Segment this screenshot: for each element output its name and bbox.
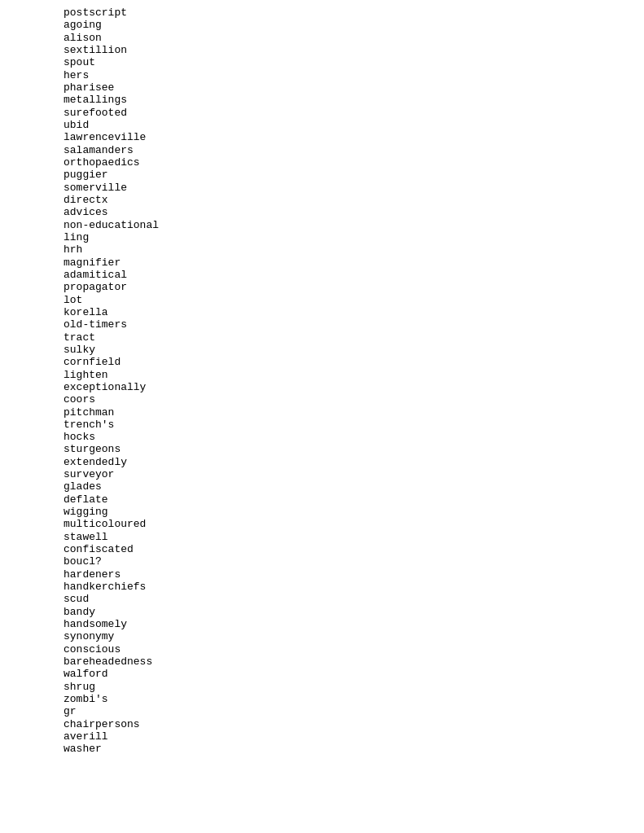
list-item: propagator: [64, 281, 644, 293]
list-item: korella: [64, 306, 644, 318]
list-item: wigging: [64, 506, 644, 518]
list-item: ubid: [64, 119, 644, 131]
list-item: scud: [64, 593, 644, 605]
list-item: averill: [64, 730, 644, 743]
list-item: deflate: [64, 493, 644, 506]
list-item: exceptionally: [64, 381, 644, 393]
list-item: alison: [64, 32, 644, 44]
list-item: stawell: [64, 531, 644, 543]
list-item: trench's: [64, 419, 644, 431]
list-item: lot: [64, 294, 644, 306]
list-item: boucl?: [64, 555, 644, 568]
list-item: surefooted: [64, 107, 644, 119]
list-item: hardeners: [64, 568, 644, 581]
list-item: hers: [64, 69, 644, 81]
list-item: extendedly: [64, 456, 644, 468]
list-item: chairpersons: [64, 718, 644, 730]
list-item: agoing: [64, 19, 644, 31]
list-item: synonymy: [64, 630, 644, 642]
list-item: washer: [64, 743, 644, 755]
list-item: ling: [64, 231, 644, 243]
list-item: puggier: [64, 169, 644, 181]
list-item: orthopaedics: [64, 156, 644, 169]
list-item: advices: [64, 206, 644, 218]
list-item: shrug: [64, 681, 644, 693]
list-item: pharisee: [64, 81, 644, 94]
list-item: bareheadedness: [64, 655, 644, 668]
list-item: adamitical: [64, 269, 644, 281]
list-item: hocks: [64, 431, 644, 443]
list-item: salamanders: [64, 144, 644, 156]
list-item: handsomely: [64, 618, 644, 630]
list-item: sulky: [64, 344, 644, 356]
list-item: handkerchiefs: [64, 581, 644, 593]
list-item: lighten: [64, 369, 644, 381]
list-item: conscious: [64, 643, 644, 655]
list-item: somerville: [64, 182, 644, 194]
list-item: cornfield: [64, 356, 644, 368]
list-item: bandy: [64, 606, 644, 618]
list-item: non-educational: [64, 219, 644, 231]
list-item: walford: [64, 668, 644, 680]
list-item: sturgeons: [64, 443, 644, 455]
list-item: postscript: [64, 7, 644, 19]
list-item: hrh: [64, 243, 644, 256]
list-item: directx: [64, 194, 644, 206]
list-item: multicoloured: [64, 518, 644, 530]
list-item: lawrenceville: [64, 131, 644, 143]
list-item: coors: [64, 393, 644, 406]
list-item: metallings: [64, 94, 644, 106]
list-item: confiscated: [64, 543, 644, 555]
list-item: sextillion: [64, 44, 644, 56]
list-item: old-timers: [64, 318, 644, 331]
word-list: postscriptagoingalisonsextillionspouther…: [64, 7, 644, 756]
list-item: tract: [64, 331, 644, 344]
list-item: zombi's: [64, 693, 644, 705]
list-item: glades: [64, 480, 644, 493]
list-item: pitchman: [64, 406, 644, 419]
list-item: spout: [64, 56, 644, 68]
list-item: magnifier: [64, 256, 644, 269]
list-item: surveyor: [64, 468, 644, 480]
list-item: gr: [64, 705, 644, 717]
